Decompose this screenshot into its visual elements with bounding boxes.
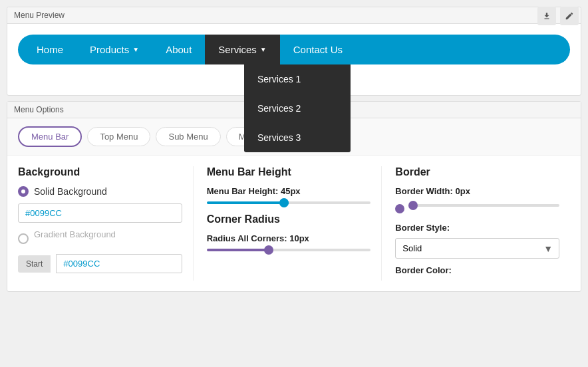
border-width-value: 0px	[456, 186, 470, 196]
gradient-radio-button[interactable]	[18, 233, 29, 244]
menu-bar-height-value: 45px	[281, 186, 301, 196]
solid-background-label: Solid Background	[34, 186, 107, 197]
nav-item-products[interactable]: Products ▼	[76, 35, 152, 64]
corner-radius-value: 10px	[289, 233, 309, 243]
dropdown-item-services1[interactable]: Services 1	[244, 64, 351, 94]
nav-item-about[interactable]: About	[152, 35, 205, 64]
download-icon[interactable]	[537, 7, 556, 25]
border-style-select-wrapper: Solid Dashed Dotted Double None ▼	[395, 238, 559, 259]
menu-bar-height-title: Menu Bar Height	[207, 166, 371, 178]
border-width-dot	[395, 204, 404, 213]
tab-menu-bar[interactable]: Menu Bar	[18, 126, 82, 147]
solid-background-option[interactable]: Solid Background	[18, 186, 182, 197]
dropdown-item-services2[interactable]: Services 2	[244, 94, 351, 123]
nav-item-home[interactable]: Home	[23, 35, 76, 64]
gradient-background-option[interactable]: Gradient Background	[18, 229, 182, 247]
nav-bar: Home Products ▼ About Services ▼ Contact…	[18, 35, 570, 64]
border-width-label: Border Width: 0px	[395, 186, 559, 196]
corner-radius-thumb[interactable]	[264, 245, 273, 255]
border-column: Border Border Width: 0px Border Style: S…	[395, 166, 570, 281]
background-column: Background Solid Background #0099CC Grad…	[18, 166, 194, 281]
gradient-background-label: Gradient Background	[34, 229, 116, 239]
start-label: Start	[18, 255, 51, 273]
border-width-slider[interactable]	[408, 204, 559, 207]
tab-sub-menu[interactable]: Sub Menu	[156, 127, 220, 146]
menu-bar-height-label: Menu Bar Height: 45px	[207, 186, 371, 196]
menu-preview-header-label: Menu Preview	[14, 11, 65, 20]
nav-item-contact[interactable]: Contact Us	[280, 35, 356, 64]
edit-icon[interactable]	[560, 7, 579, 25]
height-radius-column: Menu Bar Height Menu Bar Height: 45px Co…	[207, 166, 382, 281]
corner-radius-slider[interactable]	[207, 249, 371, 251]
start-color-input[interactable]: #0099CC	[56, 254, 182, 273]
products-arrow-icon: ▼	[132, 46, 139, 53]
border-width-thumb[interactable]	[408, 201, 418, 210]
services-arrow-icon: ▼	[260, 46, 267, 53]
menu-bar-height-thumb[interactable]	[279, 198, 289, 207]
corner-radius-title: Corner Radius	[207, 213, 371, 225]
border-style-select[interactable]: Solid Dashed Dotted Double None	[395, 238, 559, 259]
background-title: Background	[18, 166, 182, 178]
nav-item-services[interactable]: Services ▼	[205, 35, 279, 64]
dropdown-item-services3[interactable]: Services 3	[244, 123, 351, 152]
solid-color-input[interactable]: #0099CC	[18, 203, 182, 223]
border-title: Border	[395, 166, 559, 178]
tab-top-menu[interactable]: Top Menu	[87, 127, 150, 146]
corner-radius-label: Radius All Corners: 10px	[207, 233, 371, 243]
start-color-row: Start #0099CC	[18, 254, 182, 273]
solid-radio-button[interactable]	[18, 186, 29, 197]
border-color-label: Border Color:	[395, 265, 559, 275]
solid-radio-inner	[21, 189, 25, 193]
menu-bar-height-slider[interactable]	[207, 201, 371, 204]
border-style-label: Border Style:	[395, 223, 559, 233]
services-dropdown: Services 1 Services 2 Services 3	[244, 64, 351, 152]
